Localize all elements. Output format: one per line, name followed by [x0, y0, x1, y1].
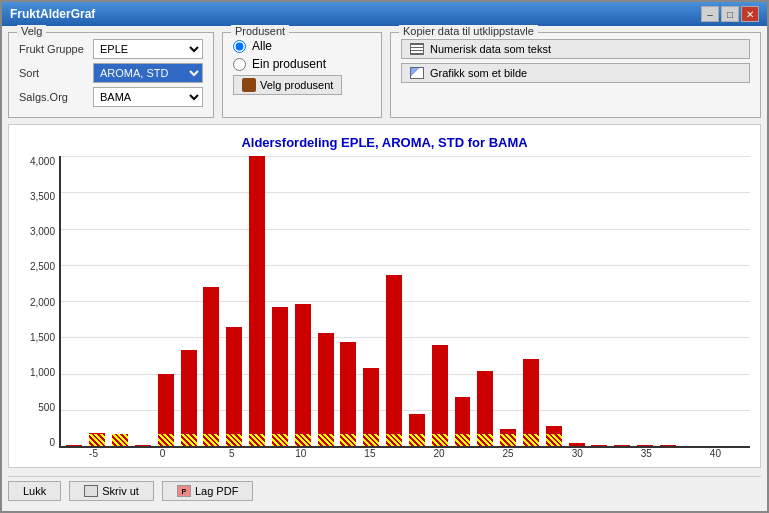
- x-axis: -50510152025303540: [59, 448, 750, 459]
- velg-panel: Velg Frukt Gruppe EPLE Sort AROMA, STD S…: [8, 32, 214, 118]
- x-label: 10: [266, 448, 335, 459]
- bar-group: [200, 156, 223, 446]
- sort-select[interactable]: AROMA, STD: [93, 63, 203, 83]
- x-label: 5: [197, 448, 266, 459]
- skriv-ut-label: Skriv ut: [102, 485, 139, 497]
- close-button[interactable]: ✕: [741, 6, 759, 22]
- y-axis: 4,0003,5003,0002,5002,0001,5001,0005000: [19, 156, 59, 448]
- bar-hatching: [432, 434, 448, 446]
- title-bar-buttons: – □ ✕: [701, 6, 759, 22]
- velg-produsent-button[interactable]: Velg produsent: [233, 75, 342, 95]
- bar: [614, 445, 630, 446]
- bar: [386, 275, 402, 446]
- printer-icon: [84, 485, 98, 497]
- bar: [477, 371, 493, 446]
- bar-hatching: [181, 434, 197, 446]
- bar-hatching: [272, 434, 288, 446]
- bar-group: [314, 156, 337, 446]
- main-content: Velg Frukt Gruppe EPLE Sort AROMA, STD S…: [2, 26, 767, 511]
- window-title: FruktAlderGraf: [10, 7, 95, 21]
- frukt-gruppe-row: Frukt Gruppe EPLE: [19, 39, 203, 59]
- numerisk-label: Numerisk data som tekst: [430, 43, 551, 55]
- bar-group: [634, 156, 657, 446]
- bar: [340, 342, 356, 446]
- y-label: 3,000: [30, 226, 55, 237]
- x-label: -5: [59, 448, 128, 459]
- bar-hatching: [363, 434, 379, 446]
- bar-group: [702, 156, 725, 446]
- bar: [409, 414, 425, 446]
- bar: [181, 350, 197, 446]
- bar-hatching: [203, 434, 219, 446]
- bar-group: [177, 156, 200, 446]
- numerisk-button[interactable]: Numerisk data som tekst: [401, 39, 750, 59]
- bar: [523, 359, 539, 446]
- bar-hatching: [89, 434, 105, 446]
- frukt-gruppe-select[interactable]: EPLE: [93, 39, 203, 59]
- bar-group: [383, 156, 406, 446]
- bar-hatching: [318, 434, 334, 446]
- bar: [546, 426, 562, 446]
- bar: [249, 156, 265, 446]
- lag-pdf-button[interactable]: P Lag PDF: [162, 481, 253, 501]
- chart-title: Aldersfordeling EPLE, AROMA, STD for BAM…: [241, 135, 527, 150]
- produsent-panel-title: Produsent: [231, 25, 289, 37]
- y-label: 4,000: [30, 156, 55, 167]
- ein-radio[interactable]: [233, 58, 246, 71]
- velg-produsent-label: Velg produsent: [260, 79, 333, 91]
- bar: [272, 307, 288, 446]
- bar-hatching: [112, 434, 128, 446]
- bar-hatching: [523, 434, 539, 446]
- y-label: 0: [49, 437, 55, 448]
- maximize-button[interactable]: □: [721, 6, 739, 22]
- sort-label: Sort: [19, 67, 89, 79]
- alle-radio-row: Alle: [233, 39, 371, 53]
- bar-hatching: [226, 434, 242, 446]
- bar-group: [565, 156, 588, 446]
- bar-group: [657, 156, 680, 446]
- bar-group: [725, 156, 748, 446]
- bar-group: [268, 156, 291, 446]
- bar: [226, 327, 242, 446]
- skriv-ut-button[interactable]: Skriv ut: [69, 481, 154, 501]
- bar-hatching: [249, 434, 265, 446]
- copy-panel-title: Kopier data til utklippstavle: [399, 25, 538, 37]
- bar-group: [86, 156, 109, 446]
- bar-group: [451, 156, 474, 446]
- bar: [363, 368, 379, 446]
- lukk-button[interactable]: Lukk: [8, 481, 61, 501]
- bar-group: [405, 156, 428, 446]
- bar-group: [154, 156, 177, 446]
- grafikk-icon: [410, 67, 424, 79]
- bar: [203, 287, 219, 447]
- bar-hatching: [386, 434, 402, 446]
- bar-group: [542, 156, 565, 446]
- velg-panel-title: Velg: [17, 25, 46, 37]
- bar-group: [131, 156, 154, 446]
- bar: [295, 304, 311, 446]
- minimize-button[interactable]: –: [701, 6, 719, 22]
- x-label: 35: [612, 448, 681, 459]
- y-label: 500: [38, 402, 55, 413]
- bar-group: [109, 156, 132, 446]
- grafikk-button[interactable]: Grafikk som et bilde: [401, 63, 750, 83]
- numerisk-icon: [410, 43, 424, 55]
- produsent-icon: [242, 78, 256, 92]
- grafikk-label: Grafikk som et bilde: [430, 67, 527, 79]
- x-label: 30: [543, 448, 612, 459]
- copy-panel: Kopier data til utklippstavle Numerisk d…: [390, 32, 761, 118]
- bar-hatching: [477, 434, 493, 446]
- bar-group: [428, 156, 451, 446]
- top-controls: Velg Frukt Gruppe EPLE Sort AROMA, STD S…: [8, 32, 761, 118]
- y-label: 2,000: [30, 297, 55, 308]
- bar-hatching: [158, 434, 174, 446]
- bar-group: [223, 156, 246, 446]
- bar: [66, 445, 82, 446]
- y-label: 3,500: [30, 191, 55, 202]
- alle-radio[interactable]: [233, 40, 246, 53]
- salgs-org-select[interactable]: BAMA: [93, 87, 203, 107]
- bar: [500, 429, 516, 446]
- bar-hatching: [500, 434, 516, 446]
- bar-group: [291, 156, 314, 446]
- chart-plot: [59, 156, 750, 448]
